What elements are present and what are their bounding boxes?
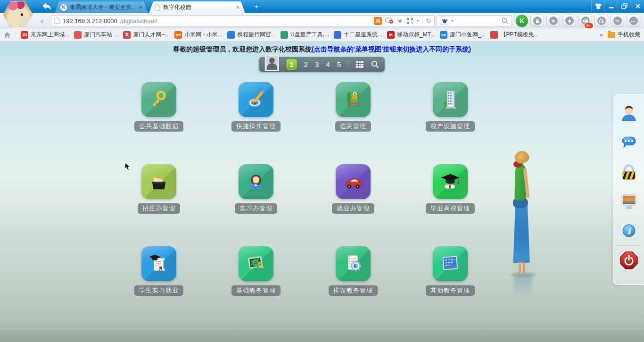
tab-duba-homepage[interactable]: K 毒霸网址大全 - 最安全实... × — [55, 1, 148, 13]
home-icon[interactable] — [4, 32, 11, 38]
app-student-internship-employment[interactable]: 学生实习就业 — [110, 246, 207, 328]
graduation-cap-icon — [439, 171, 461, 192]
welcome-text: 尊敬的超级管理员，欢迎您进入数字化校园系统 — [173, 45, 312, 53]
favorites-button[interactable]: ★ — [546, 15, 560, 27]
folder-icon — [608, 32, 615, 38]
tab-title: 数字化校园 — [163, 3, 232, 11]
page-navigation-bar: 1 2 3 4 5 — [259, 57, 385, 72]
bookmark-star-icon[interactable]: ★ — [397, 17, 403, 25]
app-internship-office[interactable]: 实习办管理 — [207, 164, 305, 246]
sidebar-lock-button[interactable] — [613, 158, 644, 187]
address-back-chevron[interactable]: ‹ — [41, 15, 43, 27]
bookmark-item[interactable]: JD 京东网上商城... — [21, 31, 69, 39]
app-basic-academic-affairs[interactable]: 基础教务管理 — [207, 246, 305, 328]
search-input[interactable]: ▾ — [437, 15, 512, 26]
bookmark-item[interactable]: cx 厦门小鱼网_... — [440, 31, 486, 39]
qr-code-icon[interactable] — [406, 17, 413, 25]
menu-view-icon[interactable] — [355, 61, 364, 68]
skin-button[interactable] — [591, 0, 604, 12]
app-public-base-data[interactable]: 公共基础数据 — [110, 82, 207, 164]
games-button[interactable]: 9+ — [578, 15, 592, 27]
sidebar-user-button[interactable] — [613, 99, 644, 128]
download-arrow-icon — [565, 17, 574, 25]
chevron-down-icon[interactable]: ▾ — [417, 18, 419, 23]
bookmark-label: 厦门汽车站 ... — [84, 31, 118, 39]
sidebar-logout-button[interactable] — [613, 246, 644, 275]
video-button[interactable] — [594, 15, 608, 27]
baidu-paw-icon — [442, 18, 448, 24]
jd-favicon-icon: JD — [21, 31, 28, 39]
url-input[interactable]: 192.168.3.212:8000 /digitalschool/ 惠 ★ ▾… — [51, 15, 435, 26]
bookmark-item[interactable]: 文 厦门人才网--... — [123, 31, 170, 39]
chevron-down-icon[interactable]: ▾ — [451, 18, 454, 23]
refresh-icon[interactable]: ↻ — [426, 17, 431, 25]
bookmark-item[interactable]: 厦门汽车站 ... — [74, 31, 118, 39]
ctrip-favicon-icon — [227, 31, 235, 39]
privacy-lock-button[interactable] — [530, 15, 544, 27]
bookmark-item[interactable]: 携程旅行网官... — [227, 31, 276, 39]
app-campus-facilities[interactable]: 校产设施管理 — [402, 82, 499, 164]
digital-school-page: 尊敬的超级管理员，欢迎您进入数字化校园系统(点击导航条的'菜单视图'按钮来切换进… — [0, 42, 644, 342]
restore-button[interactable] — [618, 0, 631, 12]
huihui-shopping-icon[interactable]: 惠 — [374, 17, 382, 25]
security-lock-icon — [619, 162, 639, 183]
browser-back-button[interactable] — [41, 2, 52, 11]
tab-close-icon[interactable]: × — [138, 4, 143, 10]
restore-icon — [621, 3, 627, 9]
bookmark-item[interactable]: 【PPT模板免... — [490, 31, 538, 39]
bookmark-item[interactable]: U盘量产工具,... — [281, 31, 329, 39]
search-icon[interactable] — [502, 17, 509, 25]
close-icon — [635, 3, 641, 9]
app-employment-office[interactable]: 就业办管理 — [305, 164, 402, 246]
zodiac-favicon-icon — [334, 31, 341, 39]
tab-digital-school[interactable]: 数字化校园 × — [149, 1, 245, 13]
bookmarks-folder[interactable]: 手机收藏 — [608, 31, 640, 39]
app-admissions-office[interactable]: 招生办管理 — [110, 164, 207, 246]
tab-close-icon[interactable]: × — [235, 4, 240, 10]
app-information-management[interactable]: 信息管理 — [305, 82, 402, 164]
kingsoft-favicon-icon: K — [60, 4, 67, 11]
quick-sidebar: i — [613, 94, 644, 285]
bookmarks-overflow-chevron[interactable]: » — [600, 31, 603, 38]
app-other-academic-affairs[interactable]: 其他教务管理 — [402, 246, 499, 328]
user-avatar-placeholder[interactable] — [265, 55, 279, 71]
sidebar-info-button[interactable]: i — [613, 216, 644, 245]
ellipsis-icon: ••• — [629, 17, 638, 25]
page-button-4[interactable]: 4 — [326, 60, 330, 68]
tv-icon — [597, 17, 606, 25]
adblock-icon[interactable] — [385, 17, 394, 24]
bookmark-item[interactable]: 十二星座系统... — [334, 31, 382, 39]
divider — [16, 31, 16, 38]
kingsoft-safety-button[interactable]: K — [516, 15, 528, 27]
page-button-2[interactable]: 2 — [304, 60, 308, 68]
lock-icon — [533, 17, 542, 25]
bookmark-item[interactable]: M 移动叔叔_MT... — [387, 31, 435, 39]
minimize-button[interactable] — [604, 0, 618, 12]
bookmark-label: 十二星座系统... — [344, 31, 382, 39]
page-button-3[interactable]: 3 — [315, 60, 319, 68]
app-label: 校产设施管理 — [426, 121, 475, 132]
more-tools-button[interactable]: ••• — [627, 15, 640, 27]
app-scheduling-affairs[interactable]: 排课教务管理 — [305, 246, 402, 328]
sidebar-chat-button[interactable] — [613, 128, 644, 158]
page-button-1[interactable]: 1 — [286, 59, 297, 70]
usb-tool-favicon-icon — [281, 31, 288, 39]
search-icon[interactable] — [371, 60, 379, 68]
sidebar-display-button[interactable] — [613, 187, 644, 216]
divider — [348, 60, 348, 69]
back-arrow-icon — [41, 2, 52, 11]
app-quick-operations[interactable]: 快捷操作管理 — [207, 82, 305, 164]
app-graduation-leaving[interactable]: 毕业离校管理 — [402, 164, 499, 246]
bookmark-item[interactable]: mi 小米网 - 小米... — [174, 31, 223, 39]
browser-tab-bar: K 毒霸网址大全 - 最安全实... × 数字化校园 × + — [0, 0, 644, 13]
xmfish-favicon-icon: cx — [440, 31, 447, 39]
screenshot-button[interactable]: ✂ — [611, 15, 624, 27]
folder-label: 手机收藏 — [618, 31, 640, 39]
search-engine-selector[interactable] — [440, 17, 449, 25]
download-button[interactable] — [562, 15, 576, 27]
mouse-cursor — [124, 162, 131, 171]
star-icon: ★ — [549, 17, 558, 25]
new-tab-button[interactable]: + — [251, 2, 262, 11]
page-button-5[interactable]: 5 — [337, 60, 341, 68]
close-window-button[interactable] — [631, 0, 644, 12]
